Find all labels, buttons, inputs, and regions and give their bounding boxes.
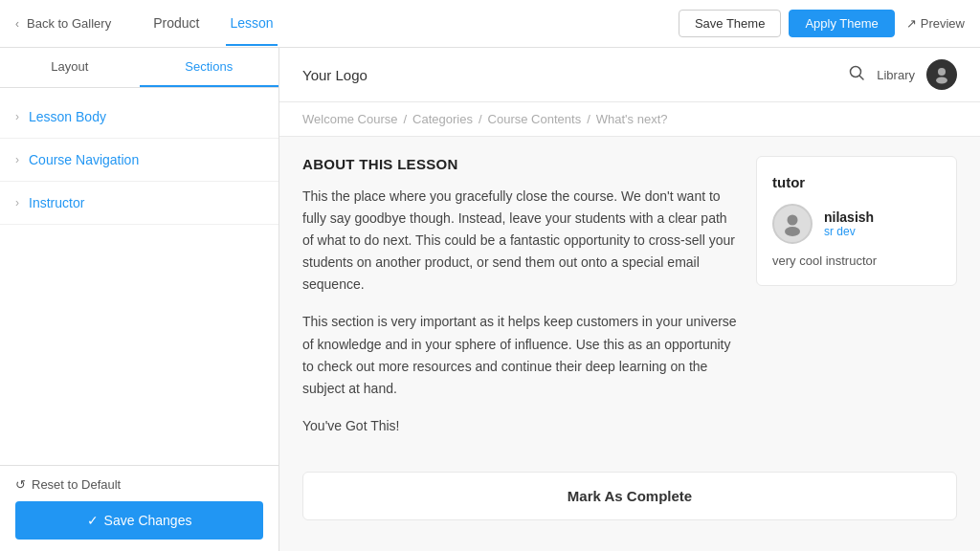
tab-sections[interactable]: Sections [140,48,279,87]
tutor-info: nilasish sr dev [772,204,941,244]
sidebar-item-label: Course Navigation [29,152,139,167]
tab-lesson[interactable]: Lesson [226,2,277,46]
sidebar-items-list: › Lesson Body › Course Navigation › Inst… [0,88,278,465]
tutor-description: very cool instructor [772,253,941,268]
lesson-paragraph-3: You've Got This! [302,415,737,437]
save-label: Save Changes [104,513,192,528]
svg-line-1 [860,76,864,79]
external-link-icon: ↗ [906,16,917,31]
chevron-right-icon-nav: › [15,153,19,166]
preview-link[interactable]: ↗ Preview [906,16,965,31]
top-navigation: ‹ Back to Gallery Product Lesson Save Th… [0,0,980,48]
chevron-left-icon: ‹ [15,17,19,31]
breadcrumb-sep-1: / [403,112,407,126]
mark-complete-bar[interactable]: Mark As Complete [302,472,957,520]
svg-point-5 [785,227,800,236]
breadcrumb-item-4[interactable]: What's next? [596,112,668,126]
sidebar-tabs: Layout Sections [0,48,278,88]
top-nav-actions: Save Theme Apply Theme ↗ Preview [679,10,965,37]
tutor-card: tutor nilasish sr dev very cool instruct… [756,156,957,286]
breadcrumb-sep-3: / [587,112,590,126]
lesson-content: ABOUT THIS LESSON This the place where y… [279,137,980,472]
breadcrumb: Welcome Course / Categories / Course Con… [279,102,980,137]
sidebar-item-instructor[interactable]: › Instructor [0,182,278,225]
tutor-name: nilasish [824,209,874,225]
sidebar-item-label: Instructor [29,195,84,210]
tutor-label: tutor [772,174,941,190]
svg-point-2 [938,68,946,76]
nav-tabs: Product Lesson [149,2,277,46]
lesson-section-title: ABOUT THIS LESSON [302,156,737,172]
tutor-role: sr dev [824,225,874,238]
svg-point-4 [788,215,798,226]
back-to-gallery-link[interactable]: ‹ Back to Gallery [15,16,111,31]
sidebar-item-label: Lesson Body [29,109,106,124]
chevron-right-icon-instructor: › [15,196,19,209]
checkmark-icon: ✓ [87,513,99,528]
sidebar: Layout Sections › Lesson Body › Course N… [0,48,279,551]
reset-to-default-button[interactable]: ↺ Reset to Default [15,477,263,492]
breadcrumb-item-3[interactable]: Course Contents [488,112,582,126]
preview-label: Preview [921,16,965,31]
content-header: Your Logo Library [279,48,980,102]
save-changes-button[interactable]: ✓ Save Changes [15,501,263,540]
user-avatar[interactable] [926,59,957,90]
breadcrumb-item-2[interactable]: Categories [412,112,473,126]
reset-icon: ↺ [15,477,26,492]
svg-point-3 [936,77,947,84]
breadcrumb-sep-2: / [479,112,482,126]
back-label: Back to Gallery [27,16,111,31]
reset-label: Reset to Default [32,477,121,492]
content-area: Your Logo Library Welcom [279,48,980,551]
header-right: Library [848,59,957,90]
tab-product[interactable]: Product [149,2,203,46]
lesson-main: ABOUT THIS LESSON This the place where y… [302,156,737,452]
main-area: Layout Sections › Lesson Body › Course N… [0,48,980,551]
sidebar-item-course-navigation[interactable]: › Course Navigation [0,139,278,182]
search-icon[interactable] [848,64,865,86]
sidebar-footer: ↺ Reset to Default ✓ Save Changes [0,465,278,551]
sidebar-item-lesson-body[interactable]: › Lesson Body [0,96,278,139]
tutor-avatar [772,204,813,244]
lesson-paragraph-1: This the place where you gracefully clos… [302,186,737,296]
save-theme-button[interactable]: Save Theme [679,10,781,37]
tab-layout[interactable]: Layout [0,48,140,87]
apply-theme-button[interactable]: Apply Theme [789,10,894,37]
logo: Your Logo [302,67,368,83]
chevron-right-icon-lesson: › [15,110,19,123]
tutor-details: nilasish sr dev [824,209,874,238]
breadcrumb-item-1[interactable]: Welcome Course [302,112,397,126]
svg-point-0 [851,66,861,77]
lesson-paragraph-2: This section is very important as it hel… [302,311,737,399]
library-label[interactable]: Library [877,68,915,82]
